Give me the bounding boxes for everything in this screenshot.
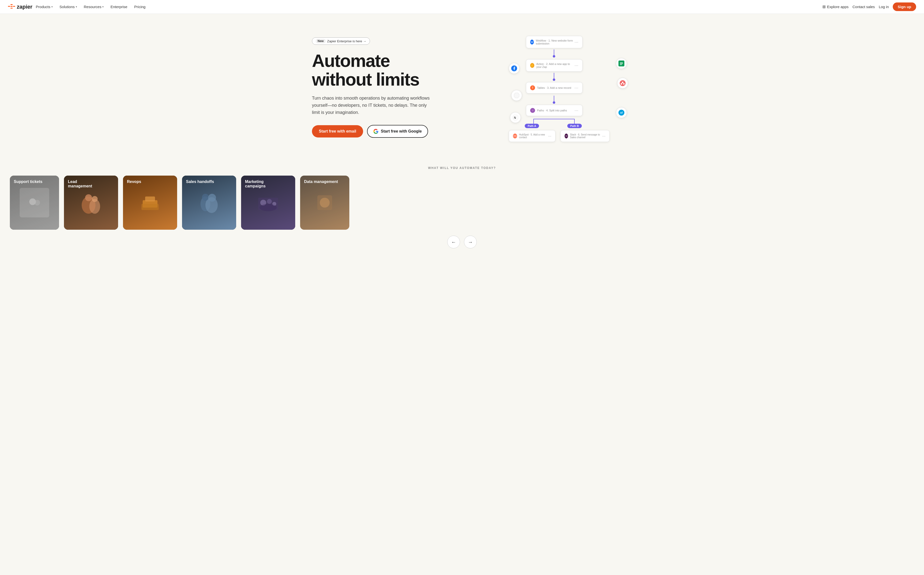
tables-dot: T [530,85,535,90]
card-sales: Sales handoffs [182,176,236,230]
step5-more[interactable]: ⋯ [548,134,551,138]
step1-label: Webflow · 1. New website form submission [536,39,574,45]
card-data-label: Data management [304,179,338,184]
logo-link[interactable]: zapier [8,4,32,10]
badge-new-label: New [316,39,326,43]
svg-rect-0 [8,6,10,6]
card-lead: Lead management [64,176,118,230]
svg-rect-11 [620,62,623,63]
revops-image-placeholder [138,191,162,215]
carousel-next-button[interactable]: → [464,236,477,248]
sales-image-placeholder [197,191,221,215]
card-data: Data management [300,176,349,230]
google-logo-icon [374,129,379,134]
step6-more[interactable]: ⋯ [602,134,606,138]
dot-2 [553,78,555,81]
card-support-label: Support tickets [14,179,42,184]
hero-section: New Zapier Enterprise is here → Automate… [302,14,622,156]
card-support: Support tickets [10,176,59,230]
connector-3 [554,96,554,102]
hero-badge: New Zapier Enterprise is here → [312,37,370,45]
svg-rect-1 [11,4,13,5]
svg-point-35 [267,199,272,204]
float-sheets-icon [616,58,627,69]
svg-point-37 [259,204,277,211]
step6-label: Slack · 6. Send message to Sales channel [570,133,602,139]
step2-more[interactable]: ⋯ [574,63,578,68]
step3-more[interactable]: ⋯ [574,86,578,90]
carousel-nav: ← → [0,236,924,248]
step2-label: Action · 2. Add a new app to your Zap [536,62,574,68]
zap-step-6: Sl Slack · 6. Send message to Sales chan… [560,130,610,142]
grid-icon: ⊞ [822,5,825,9]
marketing-image-placeholder [256,191,280,215]
hero-buttons: Start free with email Start free with Go… [312,125,435,138]
support-image-placeholder [27,197,42,209]
dot-1 [553,55,555,57]
start-google-button[interactable]: Start free with Google [367,125,428,138]
svg-text:N: N [514,116,516,119]
float-facebook-icon [509,63,520,74]
svg-rect-13 [620,64,622,65]
svg-point-6 [514,93,519,98]
path-line-right [554,119,575,119]
hero-subtitle: Turn chaos into smooth operations by aut… [312,95,435,116]
chevron-icon: ▾ [51,5,52,8]
chevron-icon: ▾ [76,5,77,8]
badge-text: Zapier Enterprise is here → [327,39,366,43]
svg-rect-28 [142,204,159,210]
path-b-label: Path B [567,124,582,128]
zap-step-1: W Webflow · 1. New website form submissi… [526,36,582,48]
zapier-logo-icon [8,4,15,10]
step4-label: Paths · 4. Split into paths [537,109,567,112]
login-link[interactable]: Log in [879,5,889,9]
svg-rect-27 [145,197,155,202]
svg-rect-12 [620,64,623,64]
float-ai-icon: 🤖 [511,90,522,101]
contact-sales-link[interactable]: Contact sales [852,5,875,9]
cards-track: Support tickets Lead management [0,176,924,230]
nav-item-resources[interactable]: Resources ▾ [80,3,107,11]
float-asana-icon [617,78,628,89]
action-dot: ⚡ [530,63,534,68]
svg-point-25 [92,196,98,202]
nav-item-enterprise[interactable]: Enterprise [107,3,130,11]
nav-item-pricing[interactable]: Pricing [131,3,149,11]
svg-point-17 [623,83,625,84]
step4-more[interactable]: ⋯ [574,108,578,113]
hubspot-dot: HS [513,133,517,138]
zap-step-5: HS HubSpot · 5. Add a new contact ⋯ [509,130,555,142]
svg-rect-4 [13,6,15,6]
zap-step-4: ⑂ Paths · 4. Split into paths ⋯ [526,105,582,116]
svg-point-39 [320,198,330,208]
hero-left: New Zapier Enterprise is here → Automate… [312,37,435,138]
hero-title: Automate without limits [312,52,435,89]
svg-rect-3 [11,8,13,8]
svg-text:sf: sf [620,111,623,114]
paths-dot: ⑂ [530,108,535,113]
svg-point-31 [202,194,209,201]
data-image-placeholder [312,191,337,215]
connector-2 [554,73,554,79]
zap-diagram-container: 🤖 N sf W Webflow · 1 [509,36,612,139]
zap-step-3: T Tables · 3. Add a new record ⋯ [526,82,582,94]
signup-button[interactable]: Sign up [893,2,916,11]
card-revops-label: Revops [127,179,141,184]
card-marketing-label: Marketing campaigns [245,179,280,188]
explore-apps-link[interactable]: ⊞ Explore apps [822,5,849,9]
chevron-icon: ▾ [102,5,103,8]
connector-1 [554,49,554,56]
section-label: WHAT WILL YOU AUTOMATE TODAY? [0,166,924,170]
svg-point-16 [621,83,622,84]
step1-more[interactable]: ⋯ [574,40,578,44]
nav-item-solutions[interactable]: Solutions ▾ [56,3,80,11]
carousel-prev-button[interactable]: ← [447,236,460,248]
path-line-left [533,119,554,119]
nav-item-products[interactable]: Products ▾ [32,3,56,11]
step5-label: HubSpot · 5. Add a new contact [519,133,548,139]
path-a-label: Path A [525,124,539,128]
card-revops: Revops [123,176,177,230]
zap-diagram: 🤖 N sf W Webflow · 1 [509,36,622,139]
start-email-button[interactable]: Start free with email [312,125,363,138]
cards-section: Support tickets Lead management [0,176,924,258]
